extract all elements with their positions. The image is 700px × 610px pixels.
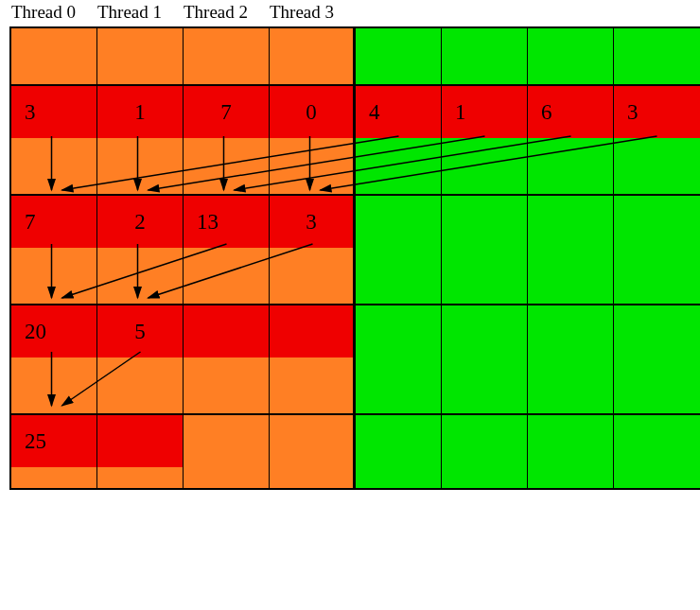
- grid-cell: [356, 305, 442, 357]
- grid-cell: [97, 415, 184, 467]
- grid-cell: [270, 248, 356, 304]
- grid-cell: [614, 28, 700, 84]
- grid-cell: [356, 28, 442, 84]
- grid-cell: [97, 248, 184, 304]
- grid-cell: [184, 248, 270, 304]
- grid-cell: [97, 357, 184, 413]
- grid-cell: 7: [184, 86, 270, 138]
- grid-cell: [442, 357, 528, 413]
- reduction-grid: 317041637213320525: [9, 26, 700, 490]
- grid-cell: [356, 248, 442, 304]
- grid-cell: [614, 467, 700, 488]
- grid-cell: [356, 467, 442, 488]
- thread-header-3: Thread 3: [270, 0, 356, 25]
- thread-headers: Thread 0 Thread 1 Thread 2 Thread 3: [9, 0, 700, 25]
- grid-cell: [442, 415, 528, 467]
- grid-cell: 3: [11, 86, 97, 138]
- grid-cell: 3: [614, 86, 700, 138]
- grid-cell: [614, 357, 700, 413]
- grid-cell: [528, 248, 614, 304]
- grid-cell: [614, 248, 700, 304]
- grid-cell: [528, 357, 614, 413]
- grid-cell: [528, 138, 614, 194]
- grid-cell: [528, 28, 614, 84]
- grid-cell: 25: [11, 415, 97, 467]
- grid-cell: [442, 467, 528, 488]
- grid-cell: [442, 28, 528, 84]
- grid-cell: [270, 138, 356, 194]
- thread-header-0: Thread 0: [11, 0, 97, 25]
- grid-cell: 0: [270, 86, 356, 138]
- grid-cell: [356, 138, 442, 194]
- grid-cell: [97, 467, 184, 488]
- grid-cell: 1: [97, 86, 184, 138]
- grid-cell: [356, 415, 442, 467]
- grid-cell: [528, 196, 614, 248]
- grid-cell: [442, 248, 528, 304]
- grid-cell: [11, 28, 97, 84]
- grid-cell: [528, 467, 614, 488]
- grid-cell: [270, 305, 356, 357]
- grid-cell: [442, 305, 528, 357]
- grid-cell: [97, 28, 184, 84]
- thread-header-1: Thread 1: [97, 0, 184, 25]
- grid-cell: [442, 138, 528, 194]
- grid-cell: 6: [528, 86, 614, 138]
- grid-cell: 2: [97, 196, 184, 248]
- thread-header-2: Thread 2: [184, 0, 270, 25]
- grid-cell: 20: [11, 305, 97, 357]
- grid-cell: [270, 467, 356, 488]
- grid-cell: 13: [184, 196, 270, 248]
- grid-cell: [11, 357, 97, 413]
- grid-cell: [184, 415, 270, 467]
- grid-cell: [442, 196, 528, 248]
- grid-cell: [614, 196, 700, 248]
- grid-cell: [184, 138, 270, 194]
- grid-cell: [528, 305, 614, 357]
- grid-cell: [614, 138, 700, 194]
- grid-cell: [528, 415, 614, 467]
- grid-cell: 4: [356, 86, 442, 138]
- grid-cell: [184, 305, 270, 357]
- grid-cell: [184, 28, 270, 84]
- grid-cell: 1: [442, 86, 528, 138]
- grid-cell: [614, 415, 700, 467]
- grid-cell: 5: [97, 305, 184, 357]
- grid-cell: [614, 305, 700, 357]
- grid-cell: [356, 357, 442, 413]
- grid-cell: [11, 467, 97, 488]
- grid-cell: [184, 357, 270, 413]
- grid-cell: [11, 248, 97, 304]
- grid-cell: 3: [270, 196, 356, 248]
- grid-cell: [356, 196, 442, 248]
- grid-cell: [270, 28, 356, 84]
- grid-cell: [270, 415, 356, 467]
- grid-cell: [11, 138, 97, 194]
- grid-cell: [184, 467, 270, 488]
- grid-cell: 7: [11, 196, 97, 248]
- grid-cell: [97, 138, 184, 194]
- grid-cell: [270, 357, 356, 413]
